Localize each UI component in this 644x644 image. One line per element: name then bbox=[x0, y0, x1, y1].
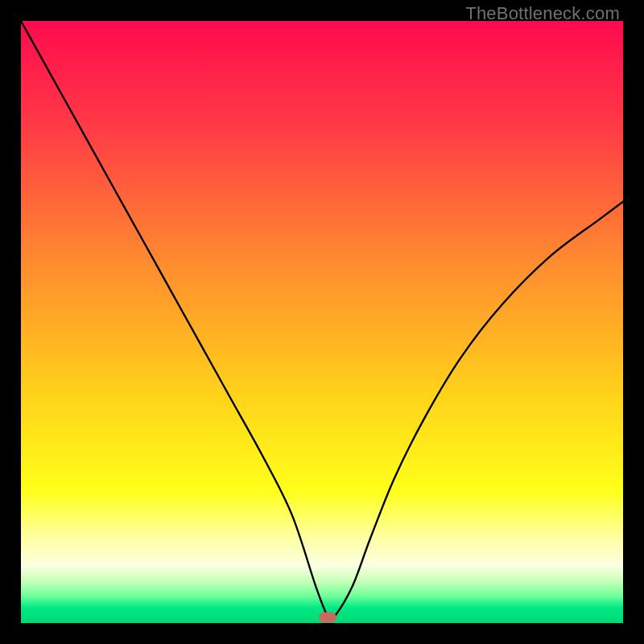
minimum-marker bbox=[319, 612, 336, 622]
bottleneck-curve bbox=[21, 21, 623, 621]
watermark-text: TheBottleneck.com bbox=[465, 3, 620, 24]
plot-area bbox=[21, 21, 623, 623]
chart-frame: TheBottleneck.com bbox=[0, 0, 644, 644]
curve-layer bbox=[21, 21, 623, 623]
